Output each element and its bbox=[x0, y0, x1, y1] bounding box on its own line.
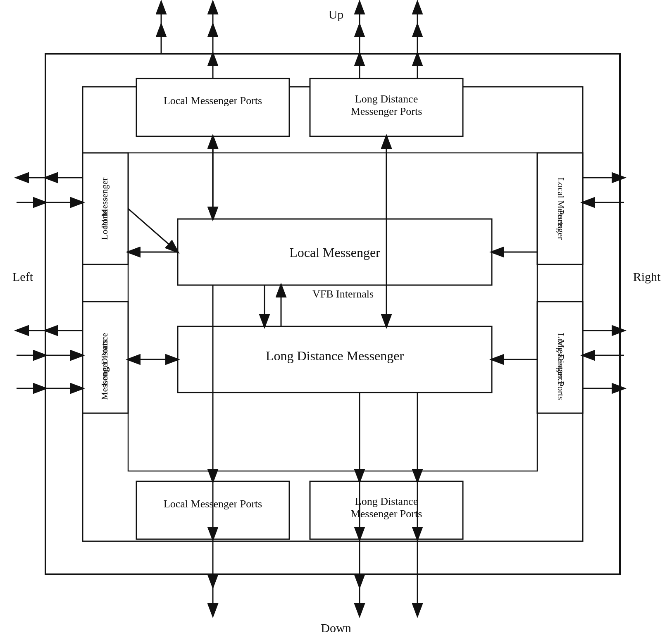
svg-rect-5 bbox=[83, 87, 583, 541]
bottom-local-messenger-ports-label: Local Messenger Ports bbox=[164, 498, 262, 510]
right-local-messenger-ports-label-1: Local Messenger bbox=[556, 178, 566, 240]
up-label: Up bbox=[329, 7, 344, 21]
top-local-messenger-ports-label: Local Messenger Ports bbox=[164, 95, 262, 107]
local-messenger-label: Local Messenger bbox=[289, 245, 380, 260]
top-long-distance-ports-label-2: Messenger Ports bbox=[351, 105, 422, 117]
right-long-distance-ports-label-2: Messenger Ports bbox=[556, 340, 566, 400]
svg-rect-7 bbox=[136, 79, 289, 136]
right-label: Right bbox=[633, 270, 661, 283]
left-local-messenger-ports-label-2: Ports bbox=[99, 209, 110, 228]
vfb-internals-label: VFB Internals bbox=[312, 288, 374, 300]
left-long-distance-ports-label-2: Messenger Ports bbox=[99, 340, 110, 400]
long-distance-messenger-label: Long Distance Messenger bbox=[266, 348, 404, 363]
down-label: Down bbox=[321, 621, 351, 635]
bottom-long-distance-ports-label-2: Messenger Ports bbox=[351, 508, 422, 520]
svg-line-47 bbox=[128, 209, 178, 252]
left-label: Left bbox=[12, 270, 33, 283]
top-long-distance-ports-label-1: Long Distance bbox=[355, 93, 418, 105]
right-local-messenger-ports-label-2: Ports bbox=[556, 209, 566, 228]
bottom-long-distance-ports-label-1: Long Distance bbox=[355, 495, 418, 507]
left-local-messenger-ports-label-1: Local Messenger bbox=[99, 177, 110, 240]
svg-rect-6 bbox=[128, 153, 537, 471]
diagram-container: Up Down Left Right VFB Internals Local M… bbox=[0, 0, 672, 640]
